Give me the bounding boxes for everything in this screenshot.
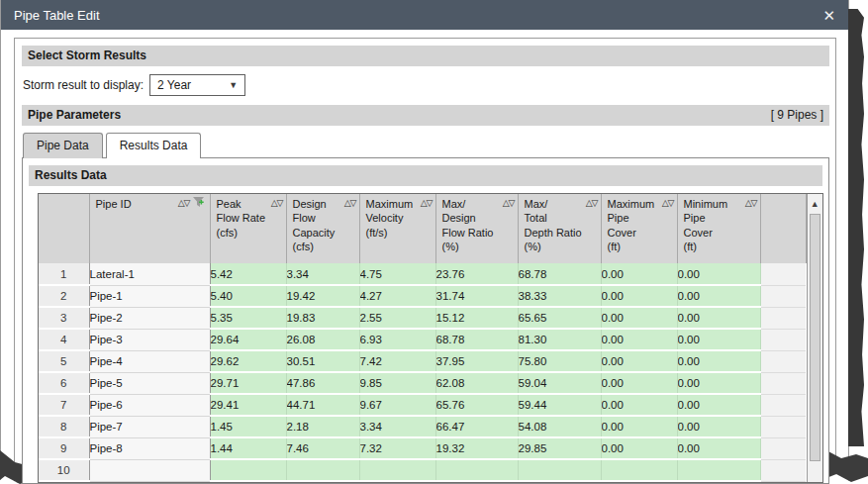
value-cell[interactable]: 75.80 [518, 350, 601, 372]
col-header-max-design-flow-ratio[interactable]: Max/ Design Flow Ratio (%)△▽ [435, 194, 518, 263]
col-header-minimum-pipe-cover[interactable]: Minimum Pipe Cover (ft)△▽ [677, 194, 760, 263]
value-cell[interactable] [435, 459, 518, 481]
value-cell[interactable]: 19.83 [286, 307, 359, 329]
value-cell[interactable]: 0.00 [677, 263, 760, 285]
value-cell[interactable]: 0.00 [601, 285, 677, 307]
value-cell[interactable]: 4.75 [359, 263, 435, 285]
value-cell[interactable]: 23.76 [435, 263, 518, 285]
vertical-scrollbar[interactable]: ▲ [807, 194, 823, 482]
pipe-id-cell[interactable]: Pipe-8 [89, 437, 210, 459]
value-cell[interactable]: 47.86 [286, 372, 359, 394]
value-cell[interactable]: 62.08 [435, 372, 518, 394]
value-cell[interactable]: 2.18 [286, 416, 359, 437]
value-cell[interactable]: 5.40 [210, 285, 286, 307]
value-cell[interactable]: 0.00 [677, 394, 760, 416]
value-cell[interactable]: 54.08 [518, 416, 601, 437]
value-cell[interactable]: 5.35 [210, 307, 286, 329]
value-cell[interactable]: 6.93 [359, 329, 435, 350]
value-cell[interactable]: 7.32 [359, 437, 435, 459]
value-cell[interactable]: 0.00 [601, 394, 677, 416]
pipe-id-cell[interactable]: Lateral-1 [89, 263, 210, 285]
value-cell[interactable]: 4.27 [359, 285, 435, 307]
value-cell[interactable]: 30.51 [286, 350, 359, 372]
value-cell[interactable]: 0.00 [677, 416, 760, 437]
pipe-id-cell[interactable]: Pipe-2 [89, 307, 210, 329]
value-cell[interactable] [210, 459, 286, 481]
value-cell[interactable]: 0.00 [601, 263, 677, 285]
value-cell[interactable] [677, 459, 760, 481]
pipe-id-cell[interactable]: Pipe-4 [89, 350, 210, 372]
value-cell[interactable]: 29.64 [210, 329, 286, 350]
pipe-id-cell[interactable]: Pipe-3 [89, 329, 210, 350]
tab-results-data[interactable]: Results Data [106, 133, 202, 158]
row-number[interactable]: 7 [39, 394, 89, 416]
sort-icon[interactable]: △▽ [178, 197, 190, 210]
sort-icon[interactable]: △▽ [745, 197, 757, 253]
col-header-peak-flow-rate[interactable]: Peak Flow Rate (cfs)△▽ [210, 194, 286, 263]
value-cell[interactable]: 59.44 [518, 394, 601, 416]
col-header-maximum-pipe-cover[interactable]: Maximum Pipe Cover (ft)△▽ [601, 194, 677, 263]
value-cell[interactable]: 37.95 [435, 350, 518, 372]
value-cell[interactable]: 29.85 [518, 437, 601, 459]
value-cell[interactable]: 9.85 [359, 372, 435, 394]
value-cell[interactable]: 29.62 [210, 350, 286, 372]
value-cell[interactable]: 9.67 [359, 394, 435, 416]
value-cell[interactable]: 0.00 [601, 329, 677, 350]
col-header-maximum-velocity[interactable]: Maximum Velocity (ft/s)△▽ [359, 194, 435, 263]
value-cell[interactable]: 81.30 [518, 329, 601, 350]
value-cell[interactable] [286, 459, 359, 481]
value-cell[interactable]: 0.00 [677, 307, 760, 329]
row-number[interactable]: 10 [39, 459, 89, 481]
row-number[interactable]: 9 [39, 437, 89, 459]
sort-icon[interactable]: △▽ [421, 197, 433, 240]
col-header-pipe-id[interactable]: Pipe ID △▽ [89, 194, 210, 263]
value-cell[interactable]: 0.00 [601, 416, 677, 437]
row-number[interactable]: 8 [39, 416, 89, 437]
value-cell[interactable]: 44.71 [286, 394, 359, 416]
value-cell[interactable]: 68.78 [518, 263, 601, 285]
value-cell[interactable]: 29.71 [210, 372, 286, 394]
value-cell[interactable] [601, 459, 677, 481]
row-number[interactable]: 3 [39, 307, 89, 329]
value-cell[interactable]: 0.00 [677, 350, 760, 372]
titlebar[interactable]: Pipe Table Edit ✕ [1, 0, 848, 30]
value-cell[interactable]: 38.33 [518, 285, 601, 307]
tab-pipe-data[interactable]: Pipe Data [23, 133, 103, 158]
value-cell[interactable]: 66.47 [435, 416, 518, 437]
scroll-up-icon[interactable]: ▲ [811, 194, 820, 212]
value-cell[interactable]: 3.34 [286, 263, 359, 285]
scrollbar-thumb[interactable] [810, 214, 820, 461]
value-cell[interactable]: 31.74 [435, 285, 518, 307]
row-number[interactable]: 1 [39, 263, 89, 285]
value-cell[interactable]: 7.46 [286, 437, 359, 459]
value-cell[interactable]: 65.76 [435, 394, 518, 416]
value-cell[interactable]: 7.42 [359, 350, 435, 372]
col-header-max-total-depth-ratio[interactable]: Max/ Total Depth Ratio (%)△▽ [518, 194, 601, 263]
pipe-id-cell[interactable] [89, 459, 210, 481]
row-number[interactable]: 6 [39, 372, 89, 394]
value-cell[interactable]: 1.45 [210, 416, 286, 437]
value-cell[interactable]: 1.44 [210, 437, 286, 459]
sort-icon[interactable]: △▽ [662, 197, 674, 253]
value-cell[interactable]: 26.08 [286, 329, 359, 350]
storm-result-dropdown[interactable]: 2 Year ▼ [149, 74, 245, 96]
value-cell[interactable]: 5.42 [210, 263, 286, 285]
sort-icon[interactable]: △▽ [271, 197, 283, 240]
row-number[interactable]: 4 [39, 329, 89, 350]
value-cell[interactable]: 0.00 [677, 285, 760, 307]
pipe-id-cell[interactable]: Pipe-5 [89, 372, 210, 394]
pipe-id-cell[interactable]: Pipe-1 [89, 285, 210, 307]
value-cell[interactable]: 0.00 [677, 372, 760, 394]
filter-icon[interactable] [193, 197, 207, 209]
col-header-design-flow-capacity[interactable]: Design Flow Capacity (cfs)△▽ [286, 194, 359, 263]
value-cell[interactable] [518, 459, 601, 481]
value-cell[interactable]: 15.12 [435, 307, 518, 329]
value-cell[interactable]: 68.78 [435, 329, 518, 350]
value-cell[interactable]: 19.32 [435, 437, 518, 459]
value-cell[interactable]: 0.00 [601, 372, 677, 394]
pipe-id-cell[interactable]: Pipe-7 [89, 416, 210, 437]
value-cell[interactable]: 0.00 [601, 307, 677, 329]
value-cell[interactable]: 3.34 [359, 416, 435, 437]
value-cell[interactable] [359, 459, 435, 481]
sort-icon[interactable]: △▽ [586, 197, 598, 253]
